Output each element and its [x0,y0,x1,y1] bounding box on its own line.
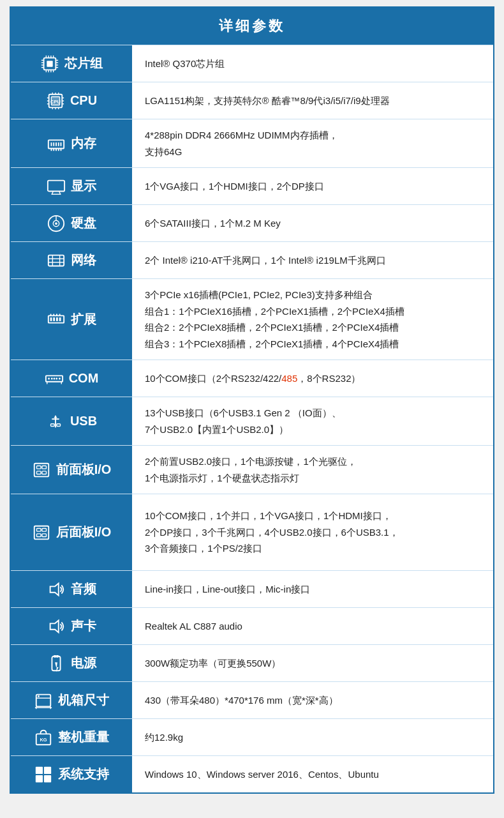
svg-rect-58 [50,317,52,321]
svg-point-68 [51,377,53,379]
highlighted-text: 485 [281,373,297,384]
label-soundcard: 声卡 [11,608,132,644]
svg-rect-37 [58,142,59,146]
value-text-display: 1个VGA接口，1个HDMI接口，2个DP接口 [145,178,480,195]
label-text-com: COM [69,371,99,386]
value-text-power: 300W额定功率（可更换550W） [145,655,480,672]
normal-text: ，8个RS232） [297,373,360,384]
svg-rect-86 [42,528,47,531]
label-text-display: 显示 [71,178,96,195]
weight-icon: KG [34,728,53,747]
value-cpu: LGA1151构架，支持英特尔® 酷睿™8/9代i3/i5/i7/i9处理器 [132,82,493,119]
value-text-audio: Line-in接口，Line-out接口，Mic-in接口 [145,581,480,598]
label-cpu: CPU CPU [11,82,132,119]
label-chipset: 芯片组 [11,45,132,82]
chipset-icon [40,54,59,73]
svg-marker-89 [50,583,59,595]
value-audio: Line-in接口，Line-out接口，Mic-in接口 [132,571,493,607]
svg-text:KG: KG [40,736,47,742]
row-weight: KG 整机重量约12.9kg [11,718,493,755]
svg-rect-85 [36,528,41,531]
value-inner-memory: 4*288pin DDR4 2666MHz UDIMM内存插槽，支持64G [145,127,480,160]
com-icon [45,369,64,388]
value-line: 组合1：1个PCIeX16插槽，2个PCIeX1插槽，2个PCIeX4插槽 [145,306,404,317]
row-memory: 内存4*288pin DDR4 2666MHz UDIMM内存插槽，支持64G [11,119,493,167]
row-expansion: 扩展3个PCIe x16插槽(PCIe1, PCIe2, PCIe3)支持多种组… [11,278,493,360]
label-os: 系统支持 [11,756,132,792]
label-text-casesize: 机箱尺寸 [58,692,109,709]
label-reario: 后面板I/O [11,494,132,570]
row-os: 系统支持Windows 10、Windows server 2016、Cento… [11,755,493,792]
svg-rect-84 [34,526,48,539]
svg-rect-94 [56,655,59,657]
svg-rect-79 [34,463,48,476]
value-com: 10个COM接口（2个RS232/422/485，8个RS232） [132,360,493,397]
value-line: 10个COM接口，1个并口，1个VGA接口，1个HDMI接口， [145,510,392,521]
label-text-chipset: 芯片组 [64,55,103,72]
svg-rect-61 [59,317,61,321]
value-text-harddisk: 6个SATAIII接口，1个M.2 M Key [145,215,480,232]
row-reario: 后面板I/O10个COM接口，1个并口，1个VGA接口，1个HDMI接口，2个D… [11,494,493,570]
svg-rect-77 [57,423,61,426]
value-line: 4*288pin DDR4 2666MHz UDIMM内存插槽， [145,130,338,140]
label-com: COM [11,360,132,397]
label-usb: USB [11,397,132,445]
svg-marker-78 [54,415,57,418]
row-network: 网络2个 Intel® i210-AT千兆网口，1个 Intel® i219LM… [11,241,493,278]
svg-rect-93 [54,655,56,657]
row-casesize: 机箱尺寸430（带耳朵480）*470*176 mm（宽*深*高） [11,681,493,718]
label-text-memory: 内存 [71,135,96,152]
label-weight: KG 整机重量 [11,719,132,755]
value-line: 支持64G [145,146,182,157]
value-expansion: 3个PCIe x16插槽(PCIe1, PCIe2, PCIe3)支持多种组合组… [132,279,493,360]
label-text-power: 电源 [71,655,96,672]
label-power: 电源 [11,645,132,681]
row-power: 电源300W额定功率（可更换550W） [11,644,493,681]
row-audio: 音频Line-in接口，Line-out接口，Mic-in接口 [11,570,493,607]
svg-rect-107 [36,775,43,782]
label-text-network: 网络 [71,252,96,269]
row-chipset: 芯片组Intel® Q370芯片组 [11,45,493,82]
svg-rect-59 [53,317,55,321]
svg-rect-82 [36,471,41,474]
row-harddisk: 硬盘6个SATAIII接口，1个M.2 M Key [11,204,493,241]
svg-rect-52 [48,255,64,266]
svg-rect-108 [44,775,51,782]
svg-rect-76 [50,423,54,426]
label-audio: 音频 [11,571,132,607]
casesize-icon [34,691,53,710]
svg-point-71 [59,377,61,379]
label-harddisk: 硬盘 [11,205,132,241]
memory-icon [47,134,66,153]
label-casesize: 机箱尺寸 [11,682,132,718]
value-line: 组合3：1个PCIeX8插槽，2个PCIeX1插槽，4个PCIeX4插槽 [145,338,399,349]
svg-rect-106 [44,766,51,773]
value-line: 3个音频接口，1个PS/2接口 [145,543,262,554]
value-text-soundcard: Realtek AL C887 audio [145,618,480,635]
svg-rect-1 [47,61,52,66]
svg-point-69 [53,377,55,379]
value-inner-frontio: 2个前置USB2.0接口，1个电源按键，1个光驱位，1个电源指示灯，1个硬盘状态… [145,453,480,486]
label-text-frontio: 前面板I/O [56,461,112,478]
label-text-soundcard: 声卡 [71,617,96,635]
label-text-audio: 音频 [71,580,96,598]
value-display: 1个VGA接口，1个HDMI接口，2个DP接口 [132,168,493,204]
label-text-usb: USB [70,414,97,428]
svg-rect-80 [36,466,41,469]
table-header: 详细参数 [11,8,493,45]
value-text-network: 2个 Intel® i210-AT千兆网口，1个 Intel® i219LM千兆… [145,252,480,269]
label-text-harddisk: 硬盘 [71,215,96,232]
svg-rect-83 [42,471,47,474]
value-text-weight: 约12.9kg [145,729,480,746]
value-memory: 4*288pin DDR4 2666MHz UDIMM内存插槽，支持64G [132,119,493,167]
value-line: 3个PCIe x16插槽(PCIe1, PCIe2, PCIe3)支持多种组合 [145,289,373,300]
audio-icon [47,580,66,599]
spec-table: 详细参数 芯片组Intel® Q370芯片组 [10,6,494,794]
value-line: 13个USB接口（6个USB3.1 Gen 2 （IO面）、 [145,407,341,418]
svg-marker-90 [50,620,59,632]
svg-point-67 [48,377,50,379]
value-line: 7个USB2.0【内置1个USB2.0】） [145,424,288,435]
label-text-cpu: CPU [70,93,97,108]
value-inner-expansion: 3个PCIe x16插槽(PCIe1, PCIe2, PCIe3)支持多种组合组… [145,287,480,352]
svg-rect-88 [42,533,47,536]
